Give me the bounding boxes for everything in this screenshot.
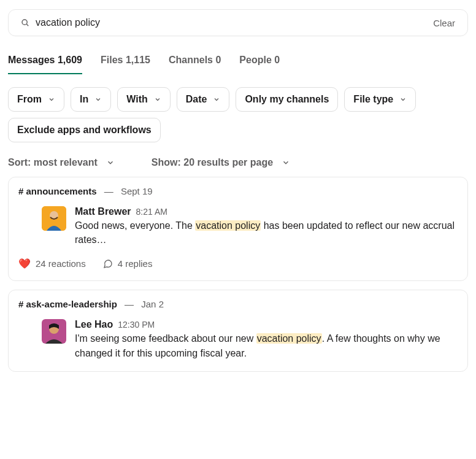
search-results: # announcements — Sept 19 Matt Brewer 8:… (8, 177, 468, 372)
filter-label: Only my channels (245, 94, 329, 105)
filter-exclude-apps[interactable]: Exclude apps and workflows (8, 118, 161, 142)
message-text: Good news, everyone. The vacation policy… (75, 218, 458, 247)
chevron-down-icon (399, 96, 407, 103)
tab-label: Files (101, 55, 123, 65)
tab-channels[interactable]: Channels 0 (169, 55, 221, 74)
tab-files[interactable]: Files 1,115 (101, 55, 150, 74)
avatar[interactable] (42, 319, 66, 344)
filter-file-type[interactable]: File type (344, 87, 416, 112)
filter-from[interactable]: From (8, 87, 64, 112)
chevron-down-icon (154, 96, 161, 103)
result-footer: ❤️ 24 reactions 4 replies (18, 258, 458, 269)
result-header: # announcements — Sept 19 (18, 186, 458, 196)
filter-label: Exclude apps and workflows (17, 125, 152, 136)
result-date: Sept 19 (121, 186, 153, 196)
result-card[interactable]: # announcements — Sept 19 Matt Brewer 8:… (8, 177, 468, 281)
reactions-summary[interactable]: ❤️ 24 reactions (18, 258, 86, 269)
show-label: Show: 20 results per page (152, 157, 273, 168)
chevron-down-icon (106, 158, 115, 167)
sort-show-row: Sort: most relevant Show: 20 results per… (8, 157, 468, 168)
search-highlight: vacation policy (256, 333, 322, 344)
result-date-sep: — (122, 299, 136, 309)
tab-count: 0 (215, 55, 221, 65)
tab-count: 1,609 (58, 55, 82, 65)
message: Lee Hao 12:30 PM I'm seeing some feedbac… (18, 319, 458, 360)
search-input[interactable] (36, 17, 427, 28)
clear-button[interactable]: Clear (433, 18, 455, 28)
thread-icon (103, 259, 113, 269)
chevron-down-icon (94, 96, 102, 103)
message-time: 8:21 AM (136, 207, 167, 217)
replies-summary[interactable]: 4 replies (103, 258, 153, 269)
sort-label: Sort: most relevant (8, 157, 98, 168)
search-icon (21, 18, 29, 27)
tab-label: Channels (169, 55, 213, 65)
message-body: Lee Hao 12:30 PM I'm seeing some feedbac… (75, 319, 458, 360)
heart-icon: ❤️ (18, 258, 31, 269)
show-dropdown[interactable]: Show: 20 results per page (152, 157, 290, 168)
search-highlight: vacation policy (195, 220, 261, 231)
tab-label: People (239, 55, 271, 65)
filter-in[interactable]: In (71, 87, 111, 112)
filter-label: With (126, 94, 148, 105)
filter-only-my-channels[interactable]: Only my channels (236, 87, 338, 112)
chevron-down-icon (213, 96, 220, 103)
reactions-count: 24 reactions (36, 258, 86, 269)
channel-name[interactable]: # announcements (18, 186, 97, 196)
tab-label: Messages (8, 55, 55, 65)
search-bar: Clear (8, 9, 468, 36)
tab-messages[interactable]: Messages 1,609 (8, 55, 82, 74)
result-tabs: Messages 1,609 Files 1,115 Channels 0 Pe… (8, 55, 468, 75)
message-body: Matt Brewer 8:21 AM Good news, everyone.… (75, 206, 458, 247)
author-name[interactable]: Lee Hao (75, 319, 113, 330)
svg-line-1 (26, 24, 28, 26)
message-time: 12:30 PM (118, 320, 155, 330)
filter-label: Date (186, 94, 207, 105)
message: Matt Brewer 8:21 AM Good news, everyone.… (18, 206, 458, 247)
chevron-down-icon (282, 158, 290, 167)
chevron-down-icon (48, 96, 55, 103)
avatar[interactable] (42, 206, 66, 231)
filter-with[interactable]: With (117, 87, 171, 112)
replies-count: 4 replies (118, 258, 153, 269)
tab-count: 1,115 (126, 55, 150, 65)
filter-row: From In With Date Only my channels File … (8, 87, 468, 142)
result-header: # ask-acme-leadership — Jan 2 (18, 299, 458, 309)
sort-dropdown[interactable]: Sort: most relevant (8, 157, 115, 168)
filter-date[interactable]: Date (177, 87, 230, 112)
result-card[interactable]: # ask-acme-leadership — Jan 2 Lee Hao 12… (8, 290, 468, 371)
svg-point-0 (22, 20, 27, 25)
tab-people[interactable]: People 0 (239, 55, 280, 74)
message-text: I'm seeing some feedback about our new v… (75, 331, 458, 360)
channel-name[interactable]: # ask-acme-leadership (18, 299, 117, 309)
tab-count: 0 (274, 55, 280, 65)
result-date-sep: — (102, 186, 116, 196)
filter-label: From (17, 94, 42, 105)
result-date: Jan 2 (141, 299, 164, 309)
filter-label: In (80, 94, 88, 105)
author-name[interactable]: Matt Brewer (75, 206, 131, 217)
filter-label: File type (353, 94, 393, 105)
